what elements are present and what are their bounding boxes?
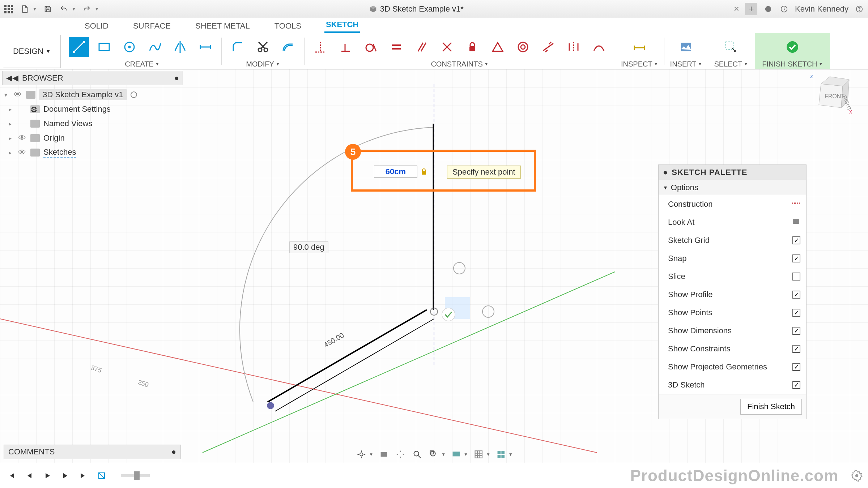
tab-surface[interactable]: SURFACE [132,19,172,33]
active-radio[interactable] [131,91,137,98]
checkbox[interactable]: ✓ [792,309,800,317]
tab-sketch[interactable]: SKETCH [324,18,360,33]
pin-icon[interactable]: ● [174,73,179,83]
concentric-constraint-icon[interactable] [513,37,533,57]
close-tab-icon[interactable]: × [734,3,739,14]
equal-constraint-icon[interactable] [386,37,407,57]
new-tab-button[interactable]: + [745,3,757,15]
palette-section-options[interactable]: ▼Options [659,180,806,195]
constraints-label[interactable]: CONSTRAINTS▼ [431,59,488,69]
tree-item[interactable]: ▸👁Origin [2,131,183,145]
checkbox[interactable]: ✓ [792,291,800,299]
palette-row[interactable]: Sketch Grid✓ [659,231,806,249]
settings-gear-icon[interactable] [851,470,863,482]
insert-label[interactable]: INSERT▼ [670,59,702,69]
visibility-icon[interactable]: 👁 [14,90,22,99]
palette-row[interactable]: Show Projected Geometries✓ [659,358,806,376]
display-settings-icon[interactable] [450,449,462,460]
palette-header[interactable]: ●SKETCH PALETTE [659,165,806,180]
caret-icon[interactable]: ▼ [33,7,37,12]
palette-row[interactable]: Show Profile✓ [659,286,806,304]
viewcube[interactable]: FRONT RIGHT z x [807,73,854,120]
checkbox[interactable]: ✓ [792,345,800,353]
horizontal-constraint-icon[interactable] [310,37,331,57]
checkbox[interactable]: ✓ [792,363,800,371]
measure-icon[interactable] [629,37,650,57]
palette-row[interactable]: 3D Sketch✓ [659,376,806,394]
collinear-constraint-icon[interactable] [538,37,558,57]
tangent-constraint-icon[interactable] [361,37,381,57]
rectangle-tool-icon[interactable] [94,37,114,57]
grid-settings-icon[interactable] [472,449,485,460]
select-label[interactable]: SELECT▼ [714,59,748,69]
checkbox[interactable]: ✓ [792,327,800,335]
palette-row[interactable]: Show Points✓ [659,304,806,322]
timeline-play-icon[interactable] [41,470,54,482]
apps-grid-icon[interactable] [4,4,14,14]
checkbox[interactable] [792,273,800,281]
palette-row[interactable]: Look At [659,213,806,231]
palette-row[interactable]: Show Dimensions✓ [659,322,806,340]
look-at-icon[interactable] [378,449,390,460]
workspace-switcher[interactable]: DESIGN▼ [3,35,61,68]
checkbox[interactable]: ✓ [792,236,800,244]
parallel-constraint-icon[interactable] [412,37,432,57]
look-at-icon[interactable] [792,217,800,227]
caret-icon[interactable]: ▼ [72,7,76,12]
extensions-icon[interactable] [763,4,773,14]
modify-label[interactable]: MODIFY▼ [246,59,280,69]
fix-constraint-icon[interactable] [462,37,482,57]
palette-row[interactable]: Show Constraints✓ [659,340,806,358]
checkbox[interactable]: ✓ [792,254,800,262]
timeline-feature-icon[interactable] [95,470,108,482]
trim-tool-icon[interactable] [253,37,273,57]
user-name[interactable]: Kevin Kennedy [795,4,848,14]
timeline-end-icon[interactable] [77,470,90,482]
tab-sheet-metal[interactable]: SHEET METAL [194,19,251,33]
dimension-tool-icon[interactable] [195,37,216,57]
dimension-input[interactable] [374,166,417,178]
zoom-icon[interactable] [411,449,423,460]
timeline-start-icon[interactable] [5,470,17,482]
pan-icon[interactable] [394,449,407,460]
inspect-label[interactable]: INSPECT▼ [621,59,658,69]
offset-tool-icon[interactable] [278,37,298,57]
browser-header[interactable]: ◀◀BROWSER ● [2,71,183,85]
collapse-arrow-icon[interactable]: ◀◀ [6,73,18,83]
timeline-slider[interactable] [121,474,150,477]
timeline-next-icon[interactable] [59,470,72,482]
curvature-constraint-icon[interactable] [589,37,609,57]
midpoint-constraint-icon[interactable] [488,37,508,57]
undo-icon[interactable] [59,4,69,14]
construction-icon[interactable] [791,200,800,209]
new-file-icon[interactable] [20,4,30,14]
help-icon[interactable] [854,4,864,14]
chevron-down-icon[interactable]: ▾ [4,91,10,98]
mirror-tool-icon[interactable] [170,37,190,57]
timeline-prev-icon[interactable] [23,470,35,482]
fillet-tool-icon[interactable] [227,37,248,57]
perpendicular-constraint-icon[interactable] [336,37,356,57]
caret-icon[interactable]: ▼ [95,7,99,12]
insert-image-icon[interactable] [676,37,696,57]
finish-sketch-palette-button[interactable]: Finish Sketch [740,399,802,415]
palette-row[interactable]: Construction [659,195,806,213]
coincident-constraint-icon[interactable] [437,37,457,57]
tree-item[interactable]: ▸⚙Document Settings [2,102,183,116]
spline-tool-icon[interactable] [145,37,165,57]
orbit-icon[interactable] [355,449,367,460]
circle-tool-icon[interactable] [119,37,140,57]
viewport-icon[interactable] [495,449,507,460]
comments-bar[interactable]: COMMENTS● [4,445,181,459]
pin-icon[interactable]: ● [171,447,176,457]
save-icon[interactable] [43,4,53,14]
redo-icon[interactable] [82,4,92,14]
line-tool-icon[interactable] [69,37,89,57]
palette-row[interactable]: Snap✓ [659,249,806,267]
select-tool-icon[interactable] [721,37,741,57]
job-status-icon[interactable] [779,4,789,14]
symmetry-constraint-icon[interactable] [563,37,584,57]
tree-item[interactable]: ▸👁Sketches [2,145,183,160]
finish-sketch-button[interactable]: FINISH SKETCH▼ [755,33,830,69]
create-label[interactable]: CREATE▼ [125,59,159,69]
